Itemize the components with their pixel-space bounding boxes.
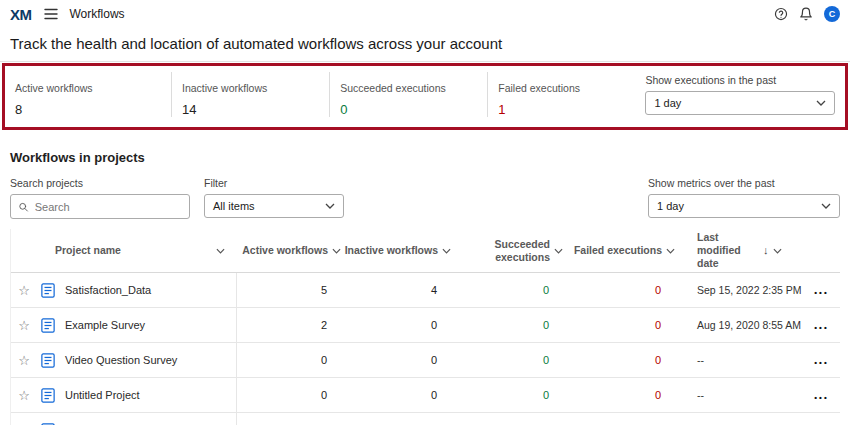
search-input[interactable] [35, 201, 182, 213]
project-name-link[interactable]: Untitled Project [65, 378, 237, 412]
failed-count: 0 [563, 354, 675, 366]
last-modified-date: -- [675, 354, 803, 366]
xm-logo[interactable]: XM [10, 6, 32, 23]
page-heading-section: Track the health and location of automat… [0, 28, 850, 62]
stat-value: 14 [182, 102, 329, 117]
chevron-down-icon[interactable] [554, 248, 563, 254]
notifications-bell-icon[interactable] [799, 7, 813, 21]
chevron-down-icon[interactable] [332, 248, 341, 254]
column-header-failed-executions: Failed executions [563, 244, 675, 257]
favorite-star-icon[interactable]: ☆ [18, 353, 30, 368]
active-count: 5 [237, 284, 341, 296]
top-bar: XM Workflows C [0, 0, 850, 28]
hamburger-menu-icon[interactable] [44, 8, 58, 20]
stat-value: 8 [15, 102, 171, 117]
favorite-star-icon[interactable]: ☆ [18, 283, 30, 298]
column-label: Project name [55, 244, 121, 257]
stat-succeeded-executions: Succeeded executions 0 [329, 72, 487, 117]
column-header-last-modified-date: Last modified date ↓ [675, 231, 803, 270]
stat-inactive-workflows: Inactive workflows 14 [171, 72, 329, 117]
table-header-row: Project name Active workflows Inactive w… [11, 229, 840, 273]
app-title: Workflows [70, 7, 125, 21]
column-header-active-workflows: Active workflows [237, 244, 341, 257]
filter-select[interactable]: All items [204, 194, 344, 218]
chevron-down-icon[interactable] [442, 248, 451, 254]
project-name-link[interactable]: Example Survey [65, 308, 237, 342]
favorite-star-icon[interactable]: ☆ [18, 318, 30, 333]
column-header-succeeded-executions: Succeeded executions [451, 238, 563, 264]
inactive-count: 0 [341, 389, 451, 401]
succeeded-count: 0 [451, 284, 563, 296]
search-box [10, 194, 190, 219]
user-avatar[interactable]: C [824, 6, 840, 22]
search-projects-group: Search projects [10, 177, 190, 219]
favorite-star-icon[interactable]: ☆ [18, 388, 30, 403]
stat-failed-executions: Failed executions 1 [487, 72, 645, 117]
active-count: 0 [237, 354, 341, 366]
filter-label: Filter [204, 177, 344, 189]
active-count: 2 [237, 319, 341, 331]
workflows-page: XM Workflows C Track the health and loca… [0, 0, 850, 425]
succeeded-count: 0 [451, 389, 563, 401]
row-actions-menu[interactable]: ••• [814, 393, 828, 402]
failed-count: 0 [563, 389, 675, 401]
last-modified-date: Aug 19, 2020 8:55 AM [675, 319, 803, 331]
chevron-down-icon [816, 100, 826, 106]
column-label: Failed executions [574, 244, 662, 257]
last-modified-date: Sep 15, 2022 2:35 PM [675, 284, 803, 296]
table-row: ☆ Example Survey 2 0 0 0 Aug 19, 2020 8:… [11, 308, 840, 343]
survey-icon [41, 318, 55, 333]
search-icon [18, 201, 29, 213]
stat-label: Active workflows [15, 82, 171, 94]
table-row: ☆ Untitled Project 0 0 0 0 -- ••• [11, 378, 840, 413]
project-name-link[interactable]: Video Question Survey [65, 343, 237, 377]
search-projects-label: Search projects [10, 177, 190, 189]
chevron-down-icon[interactable] [216, 248, 225, 254]
chevron-down-icon[interactable] [666, 248, 675, 254]
stat-label: Inactive workflows [182, 82, 329, 94]
inactive-count: 0 [341, 354, 451, 366]
executions-period-label: Show executions in the past [645, 74, 835, 86]
page-title: Track the health and location of automat… [10, 35, 840, 52]
table-row: ☆ TEST 0 0 0 0 -- ••• [11, 413, 840, 425]
succeeded-count: 0 [451, 319, 563, 331]
projects-section-title: Workflows in projects [10, 150, 840, 165]
column-header-inactive-workflows: Inactive workflows [341, 244, 451, 257]
stat-value: 1 [498, 102, 645, 117]
table-row: ☆ Satisfaction_Data 5 4 0 0 Sep 15, 2022… [11, 273, 840, 308]
project-name-link[interactable]: TEST [65, 413, 237, 425]
succeeded-count: 0 [451, 354, 563, 366]
column-label: Active workflows [242, 244, 328, 257]
column-label: Succeeded executions [484, 238, 550, 264]
projects-table: Project name Active workflows Inactive w… [10, 229, 840, 425]
help-icon[interactable] [774, 7, 788, 21]
last-modified-date: -- [675, 389, 803, 401]
executions-period-select[interactable]: 1 day [645, 91, 835, 115]
metrics-period-value: 1 day [657, 200, 684, 212]
survey-icon [41, 388, 55, 403]
row-actions-menu[interactable]: ••• [814, 358, 828, 367]
metrics-period-select[interactable]: 1 day [648, 194, 840, 218]
stat-label: Succeeded executions [340, 82, 487, 94]
filter-group: Filter All items [204, 177, 344, 218]
chevron-down-icon [821, 203, 831, 209]
failed-count: 0 [563, 284, 675, 296]
topbar-actions: C [774, 6, 840, 22]
stat-value: 0 [340, 102, 487, 117]
metrics-period-group: Show metrics over the past 1 day [648, 177, 840, 218]
row-actions-menu[interactable]: ••• [814, 323, 828, 332]
column-label: Last modified date [697, 231, 759, 270]
chevron-down-icon[interactable] [773, 248, 782, 254]
table-row: ☆ Video Question Survey 0 0 0 0 -- ••• [11, 343, 840, 378]
inactive-count: 4 [341, 284, 451, 296]
failed-count: 0 [563, 319, 675, 331]
sort-descending-icon[interactable]: ↓ [763, 244, 769, 258]
metrics-period-label: Show metrics over the past [648, 177, 840, 189]
filter-value: All items [213, 200, 255, 212]
survey-icon [41, 353, 55, 368]
column-label: Inactive workflows [345, 244, 438, 257]
survey-icon [41, 283, 55, 298]
project-name-link[interactable]: Satisfaction_Data [65, 273, 237, 307]
row-actions-menu[interactable]: ••• [814, 288, 828, 297]
column-header-project-name: Project name [11, 244, 237, 257]
